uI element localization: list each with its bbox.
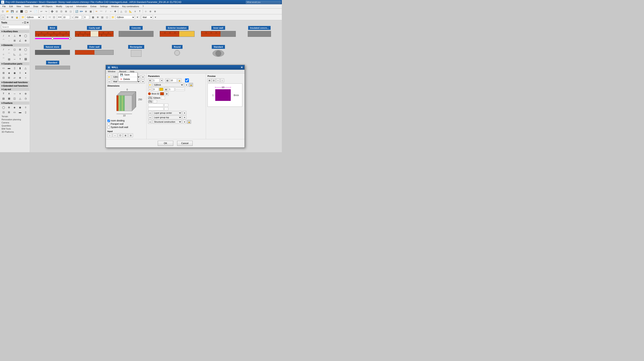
tool-elev[interactable]: △ bbox=[18, 96, 22, 101]
tool-sect[interactable]: ◫ bbox=[12, 96, 17, 101]
tool-beam[interactable]: ▮ bbox=[18, 66, 22, 70]
menu-file[interactable]: File bbox=[1, 5, 7, 8]
wall-card-inner[interactable]: Inner wall bbox=[200, 26, 237, 39]
layer-group-center-dropdown[interactable]: Layer group center bbox=[153, 111, 182, 115]
height-input[interactable] bbox=[74, 15, 82, 19]
tool-cross[interactable]: ✚ bbox=[18, 33, 22, 38]
record-arrow-btn[interactable]: ▾ bbox=[141, 75, 145, 79]
tool-dim[interactable]: ↔ bbox=[12, 57, 17, 61]
redo-btn[interactable]: ↪ bbox=[44, 9, 48, 14]
hatch-btn[interactable]: ▤ bbox=[100, 15, 104, 19]
section-ext-wall[interactable]: Extended wall functions bbox=[0, 81, 30, 84]
menu-draw[interactable]: Draw bbox=[32, 5, 40, 8]
cross-btn[interactable]: ✚ bbox=[113, 9, 117, 14]
tool-column[interactable]: ▯ bbox=[12, 66, 17, 70]
cut-btn[interactable]: ✂ bbox=[29, 9, 33, 14]
tool-arc2[interactable]: ⌒ bbox=[7, 52, 12, 57]
tool-grnd[interactable]: ⊞ bbox=[7, 75, 12, 80]
tool-door[interactable]: ◉ bbox=[12, 71, 17, 75]
param-checkbox1[interactable] bbox=[182, 79, 192, 82]
wall-card-natural-stone[interactable]: Natural stone bbox=[34, 45, 71, 57]
structural-arrow[interactable]: ▾ bbox=[182, 120, 186, 124]
tool-dot[interactable]: · bbox=[7, 38, 12, 43]
menu-modify[interactable]: Modify bbox=[54, 5, 64, 8]
snap2-btn[interactable]: ⊹ bbox=[144, 9, 148, 14]
canvas-area[interactable]: Brick bbox=[30, 20, 282, 152]
undo-btn[interactable]: ↩ bbox=[39, 9, 44, 14]
tool-plant[interactable]: ⊕ bbox=[18, 75, 22, 80]
brick02-more-btn[interactable]: ⊞ bbox=[165, 92, 168, 96]
input-mode-btn1[interactable]: ↕ bbox=[108, 133, 112, 137]
snap3-btn[interactable]: ⊕ bbox=[96, 15, 100, 19]
layer-top-icon[interactable]: ▭ bbox=[148, 115, 152, 119]
tool-snap-angle[interactable]: ∠ bbox=[18, 38, 22, 43]
context-delete-item[interactable]: ✕ Delete bbox=[118, 77, 137, 81]
align-center[interactable]: ⊡ bbox=[52, 15, 56, 19]
tool-arc[interactable]: ⌒ bbox=[1, 38, 6, 43]
tool-ff1[interactable]: ◯ bbox=[1, 105, 6, 110]
print2-btn[interactable]: ⬛ bbox=[19, 9, 24, 14]
menu-view[interactable]: View bbox=[15, 5, 23, 8]
wall-card-cavity[interactable]: Cavity wall bbox=[75, 26, 114, 39]
align-left[interactable]: ⊣ bbox=[47, 15, 52, 19]
menu-edit[interactable]: Edit bbox=[8, 5, 14, 8]
param-spin-down[interactable]: ▾ bbox=[160, 79, 163, 82]
material-dropdown[interactable]: G|Brick bbox=[116, 15, 135, 19]
angle-input[interactable] bbox=[84, 15, 89, 19]
tool-more-parts[interactable]: ● bbox=[23, 71, 28, 75]
tool-text2[interactable]: T bbox=[1, 91, 6, 96]
tool-dim2[interactable]: ↔ bbox=[12, 91, 17, 96]
menu-settings[interactable]: Settings bbox=[98, 5, 109, 8]
zoom-minus[interactable]: ⊟ bbox=[54, 9, 59, 14]
layer-center-arrow[interactable]: ▾ bbox=[182, 111, 186, 115]
room-dividing-checkbox[interactable] bbox=[108, 120, 110, 122]
grid2-btn[interactable]: ▦ bbox=[91, 15, 95, 19]
brick02-color[interactable] bbox=[160, 92, 164, 95]
tool-furn[interactable]: ○ bbox=[23, 75, 28, 80]
tool-ff2[interactable]: ⊕ bbox=[7, 105, 12, 110]
tool-window[interactable]: ◊ bbox=[18, 71, 22, 75]
type-arrow-btn[interactable]: ▾ bbox=[141, 80, 145, 84]
section-auxiliary-lines[interactable]: Auxiliary-lines bbox=[0, 30, 30, 33]
tool-circle2[interactable]: ◯ bbox=[23, 47, 28, 52]
layer-center-icon[interactable]: ▭ bbox=[148, 111, 152, 115]
zoom-win[interactable]: ◻ bbox=[68, 9, 73, 14]
tool-snap-grid[interactable]: ⊞ bbox=[12, 38, 17, 43]
sym-btn[interactable]: ⊛ bbox=[148, 9, 152, 14]
wave-btn[interactable]: 〰 bbox=[99, 9, 103, 14]
tool-line2[interactable]: / bbox=[1, 47, 6, 52]
preview-btn4[interactable]: ↕ bbox=[220, 79, 224, 82]
tool-line[interactable]: / bbox=[1, 33, 6, 38]
context-save-item[interactable]: 💾 Save bbox=[118, 73, 137, 77]
tool-ff4[interactable]: ◉ bbox=[18, 105, 22, 110]
rotate-view[interactable]: 🔃 bbox=[74, 9, 79, 14]
section-layout[interactable]: Lay-out bbox=[0, 88, 30, 91]
tool-ff10[interactable]: ▯ bbox=[23, 110, 28, 115]
print-btn[interactable]: 🖨 bbox=[15, 9, 19, 14]
menu-extras[interactable]: Extras bbox=[89, 5, 98, 8]
type-icon-btn[interactable]: ▭ bbox=[108, 80, 111, 84]
tool-aux-more[interactable]: ⊕ bbox=[23, 38, 28, 43]
sidebar-item-terrain[interactable]: Terrain bbox=[0, 115, 30, 118]
square-btn[interactable]: ◻ bbox=[124, 9, 128, 14]
layer-group-top-dropdown[interactable]: Layer group top bbox=[153, 115, 182, 119]
arrow-btn[interactable]: → bbox=[108, 9, 113, 14]
param-mat-icon[interactable]: 📁 bbox=[148, 83, 152, 87]
param-input-num1[interactable] bbox=[153, 79, 160, 82]
tool-roof[interactable]: △ bbox=[23, 66, 28, 70]
dropdown-arrow[interactable]: ▾ bbox=[41, 15, 46, 19]
copy-btn[interactable]: 📄 bbox=[33, 9, 38, 14]
menu-insert[interactable]: Insert bbox=[23, 5, 31, 8]
save-btn[interactable]: 💾 bbox=[10, 9, 14, 14]
record-folder-btn[interactable]: 📁 bbox=[108, 75, 111, 79]
folder-icon[interactable]: 📁 bbox=[21, 15, 25, 19]
menu-ar-objects[interactable]: AR Objects bbox=[40, 5, 54, 8]
dashed1-more-btn[interactable]: ··· bbox=[153, 100, 157, 103]
3d-btn[interactable]: 3D▾ bbox=[79, 9, 84, 14]
global-search-input[interactable] bbox=[246, 1, 281, 4]
tools-search-input[interactable] bbox=[1, 25, 30, 29]
menu-help[interactable]: ? bbox=[141, 5, 145, 8]
tool-img[interactable]: 🖼 bbox=[23, 57, 28, 61]
param-hatch-btn[interactable]: ▤ bbox=[165, 79, 169, 82]
snap-btn[interactable]: ⊕ bbox=[84, 9, 88, 14]
